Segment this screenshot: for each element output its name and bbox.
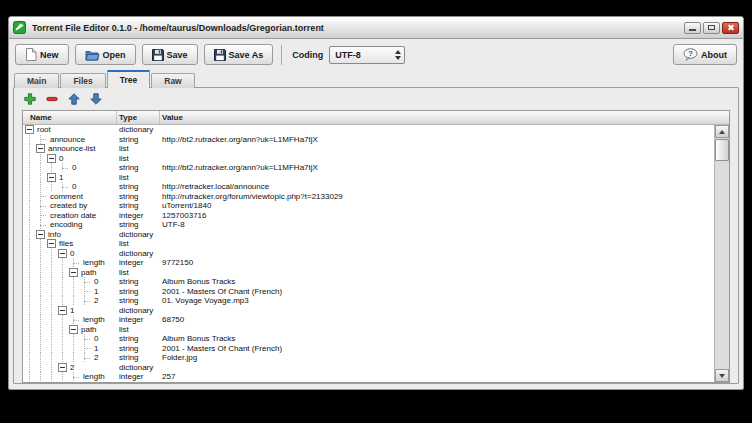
tree-row[interactable]: 0stringhttp://bt2.rutracker.org/ann?uk=L… [23,163,714,173]
remove-item-button[interactable] [45,93,58,106]
tree-guide-line [36,163,47,172]
tree-guide-line [36,325,47,334]
maximize-button[interactable] [703,22,720,34]
tree-cell-name: 2 [23,296,117,305]
tab-tree[interactable]: Tree [107,70,151,88]
tree-guide-line [36,353,47,362]
tree-row[interactable]: 0list [23,154,714,164]
save-as-button-label: Save As [229,50,264,60]
collapse-toggle-icon[interactable] [58,249,67,258]
tree-row[interactable]: 1dictionary [23,306,714,316]
tree-guide-line [58,353,69,362]
coding-label: Coding [292,50,323,60]
move-up-button[interactable] [67,93,80,106]
vertical-scrollbar[interactable] [714,125,729,382]
collapse-toggle-icon[interactable] [36,144,45,153]
tree-guide-line [36,306,47,315]
tree-guide-line [25,163,36,172]
save-button[interactable]: Save [142,44,198,65]
tree-row[interactable]: pathlist [23,268,714,278]
tree-guide-line [25,249,36,258]
collapse-toggle-icon[interactable] [58,306,67,315]
about-button[interactable]: ? About [673,44,737,65]
tab-files[interactable]: Files [60,73,105,88]
tree-row[interactable]: announcestringhttp://bt2.rutracker.org/a… [23,135,714,145]
tree-node-label: announce-list [48,144,96,153]
tree-guide-line [36,277,47,286]
tree-row[interactable]: 1string2001 - Masters Of Chant (French) [23,287,714,297]
tree-row[interactable]: 1string2001 - Masters Of Chant (French) [23,344,714,354]
tree-row[interactable]: rootdictionary [23,125,714,135]
tree-guide-line [36,296,47,305]
tree-row[interactable]: creation dateinteger1257003716 [23,211,714,221]
tree-cell-name: path [23,325,117,334]
collapse-toggle-icon[interactable] [69,325,78,334]
tree-row[interactable]: lengthinteger68750 [23,315,714,325]
tree-row[interactable]: fileslist [23,239,714,249]
tree-body: rootdictionaryannouncestringhttp://bt2.r… [23,125,714,382]
tree-cell-name: root [23,125,117,134]
tree-guide-line [58,315,69,324]
tree-cell-value: UTF-8 [160,220,714,229]
collapse-toggle-icon[interactable] [69,268,78,277]
tree-row[interactable]: 0stringAlbum Bonus Tracks [23,277,714,287]
tree-row[interactable]: lengthinteger257 [23,372,714,382]
svg-text:?: ? [688,49,693,58]
tree-guide-line [69,287,80,296]
tree-row[interactable]: encodingstringUTF-8 [23,220,714,230]
tree-cell-value: Album Bonus Tracks [160,334,714,343]
minimize-button[interactable] [684,22,701,34]
tree-row[interactable]: 1list [23,173,714,183]
collapse-toggle-icon[interactable] [47,173,56,182]
about-button-label: About [701,50,727,60]
save-as-button[interactable]: Save As [204,44,274,65]
collapse-toggle-icon[interactable] [36,230,45,239]
tree-row[interactable]: pathlist [23,325,714,335]
collapse-toggle-icon[interactable] [47,154,56,163]
collapse-toggle-icon[interactable] [25,125,34,134]
tree-row[interactable]: 2string01. Voyage Voyage.mp3 [23,296,714,306]
tree-row[interactable]: commentstringhttp://rutracker.org/forum/… [23,192,714,202]
branch-line [80,296,91,305]
tree-guide-line [69,296,80,305]
move-down-button[interactable] [89,93,102,106]
close-button[interactable] [722,22,739,34]
scroll-up-button[interactable] [715,125,729,138]
new-button[interactable]: New [15,44,69,65]
tree-row[interactable]: 0dictionary [23,249,714,259]
tree-node-label: encoding [50,220,82,229]
tree-row[interactable]: created bystringuTorrent/1840 [23,201,714,211]
tree-node-label: comment [50,192,83,201]
tree-node-label: creation date [50,211,96,220]
tree-guide-line [36,334,47,343]
tree-row[interactable]: 2dictionary [23,363,714,373]
tree-node-label: 0 [59,154,63,163]
branch-line [36,211,47,220]
tree-row[interactable]: 0stringhttp://retracker.local/announce [23,182,714,192]
tree-node-label: path [81,325,97,334]
collapse-toggle-icon[interactable] [47,239,56,248]
tree-guide-line [47,372,58,381]
tab-raw[interactable]: Raw [151,73,194,88]
tree-guide-line [25,296,36,305]
tree-row[interactable]: 0stringAlbum Bonus Tracks [23,334,714,344]
open-button[interactable]: Open [75,44,136,65]
scroll-down-button[interactable] [715,369,729,382]
tab-main[interactable]: Main [14,73,59,88]
scrollbar-thumb[interactable] [715,139,729,161]
coding-select[interactable]: UTF-8 [329,46,405,64]
column-header-type[interactable]: Type [117,111,160,124]
titlebar[interactable]: Torrent File Editor 0.1.0 - /home/taurus… [9,17,743,39]
tree-row[interactable]: 2stringFolder.jpg [23,353,714,363]
tree-row[interactable]: infodictionary [23,230,714,240]
collapse-toggle-icon[interactable] [58,363,67,372]
tree-row[interactable]: lengthinteger9772150 [23,258,714,268]
column-header-value[interactable]: Value [160,111,729,124]
tree-row[interactable]: announce-listlist [23,144,714,154]
tree-guide-line [25,287,36,296]
tree-view: Name Type Value rootdictionaryannouncest… [22,110,730,383]
tree-node-label: 1 [59,173,63,182]
plus-icon [24,93,36,105]
add-item-button[interactable] [23,93,36,106]
column-header-name[interactable]: Name [23,111,117,124]
